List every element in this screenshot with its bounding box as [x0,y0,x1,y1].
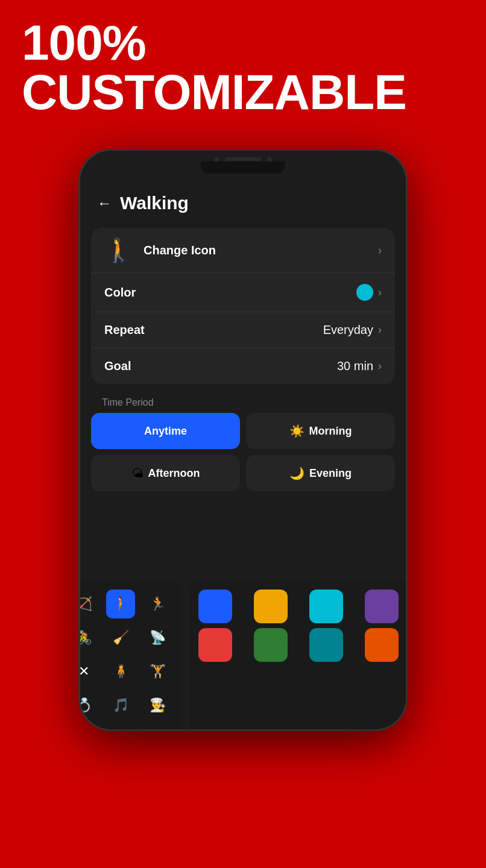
icon-cell-signal[interactable]: 📡 [144,623,172,652]
icon-cell-run[interactable]: 🏃 [144,590,172,618]
color-picker-panel [190,580,406,729]
color-yellow[interactable] [254,590,288,623]
icon-cell-chef[interactable]: 👨‍🍳 [144,691,172,720]
color-grid [198,590,406,662]
icon-cell-music[interactable]: 🎵 [106,691,135,720]
morning-label: Morning [309,425,352,438]
color-swatch-selected [356,284,373,301]
goal-value: 30 min [337,359,373,373]
goal-row[interactable]: Goal 30 min › [91,348,395,384]
color-label: Color [104,286,356,300]
chevron-icon: › [378,244,382,257]
hero-line2: CUSTOMIZABLE [22,68,406,117]
color-red[interactable] [198,628,232,662]
anytime-label: Anytime [144,425,187,438]
evening-label: Evening [309,467,352,480]
goal-chevron-icon: › [378,360,382,373]
bottom-panels: 🏹 🚶 🏃 🚴 🧹 📡 ✕ 🧍 🏋 💍 🎵 👨‍🍳 [80,580,406,729]
evening-button[interactable]: 🌙 Evening [246,455,395,491]
color-teal[interactable] [309,628,343,662]
time-period-label: Time Period [80,389,406,413]
goal-label: Goal [104,359,337,373]
color-orange[interactable] [365,628,399,662]
morning-icon: ☀️ [289,424,305,438]
phone-notch [183,157,303,162]
icon-cell-lift[interactable]: 🏋 [144,657,172,686]
icon-cell-bike[interactable]: 🚴 [80,623,98,652]
repeat-label: Repeat [104,323,323,337]
afternoon-icon: 🌤 [131,467,144,480]
icon-cell-person[interactable]: 🧍 [106,657,135,686]
speaker-slot [225,157,261,161]
settings-card: 🚶 Change Icon › Color › Repeat Everyday … [91,228,395,384]
camera-dot [214,157,219,162]
color-row[interactable]: Color › [91,272,395,312]
icon-cell-archery[interactable]: 🏹 [80,590,98,618]
hero-line1: 100% [22,18,406,68]
phone-mockup: ← Walking 🚶 Change Icon › Color › [80,151,406,729]
hero-section: 100% CUSTOMIZABLE [22,18,406,117]
walking-icon: 🚶 [104,239,133,262]
icon-cell-ring[interactable]: 💍 [80,691,98,720]
color-purple[interactable] [365,590,399,623]
morning-button[interactable]: ☀️ Morning [246,413,395,449]
change-icon-row[interactable]: 🚶 Change Icon › [91,228,395,272]
repeat-chevron-icon: › [378,324,382,336]
evening-icon: 🌙 [289,466,305,480]
color-blue[interactable] [198,590,232,623]
anytime-button[interactable]: Anytime [91,413,240,449]
phone-screen: ← Walking 🚶 Change Icon › Color › [80,151,406,729]
afternoon-label: Afternoon [148,467,200,480]
icon-cell-cross[interactable]: ✕ [80,657,98,686]
app-header: ← Walking [80,181,406,223]
icon-cell-clean[interactable]: 🧹 [106,623,135,652]
color-cyan[interactable] [309,590,343,623]
time-period-grid: Anytime ☀️ Morning 🌤 Afternoon 🌙 Evening [91,413,395,491]
sensor-dot [267,157,272,162]
icon-cell-walk[interactable]: 🚶 [106,590,135,618]
change-icon-label: Change Icon [144,244,378,257]
afternoon-button[interactable]: 🌤 Afternoon [91,455,240,491]
repeat-value: Everyday [323,323,373,337]
repeat-row[interactable]: Repeat Everyday › [91,312,395,348]
color-chevron-icon: › [378,286,382,299]
color-green[interactable] [254,628,288,662]
icon-grid: 🏹 🚶 🏃 🚴 🧹 📡 ✕ 🧍 🏋 💍 🎵 👨‍🍳 [80,590,175,720]
back-button[interactable]: ← [97,195,112,212]
app-title: Walking [120,193,189,213]
icon-picker-panel: 🏹 🚶 🏃 🚴 🧹 📡 ✕ 🧍 🏋 💍 🎵 👨‍🍳 [80,580,183,729]
